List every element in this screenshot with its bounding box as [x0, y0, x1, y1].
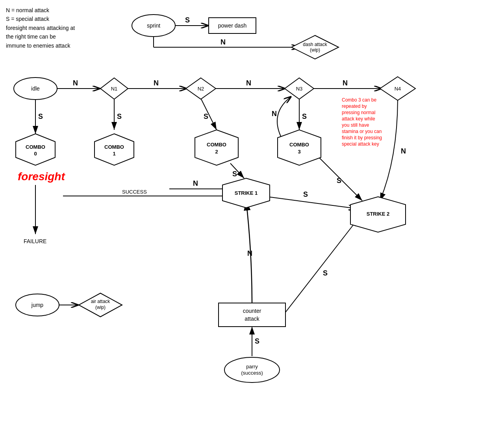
node-combo0-num: 0 [34, 151, 37, 157]
combo3-note-7: finish it by pressing [342, 135, 382, 140]
combo3-note-1: Combo 3 can be [342, 97, 376, 103]
node-combo3-label: COMBO [289, 142, 309, 148]
combo3-note-4: attack key while [342, 116, 375, 122]
label-strike1-strike2-s: S [303, 190, 308, 198]
node-combo3 [278, 130, 321, 165]
label-counter-strike2-s: S [323, 269, 328, 277]
combo3-note-3: pressing normal [342, 110, 375, 115]
svg-line-16 [262, 196, 356, 209]
node-combo1-num: 1 [113, 151, 115, 157]
node-power-dash-label: power dash [218, 22, 246, 29]
node-parry-sub: (success) [241, 370, 263, 376]
node-dash-attack-label: dash attack [303, 42, 327, 47]
node-combo2-label: COMBO [207, 142, 226, 148]
node-idle-label: idle [31, 85, 40, 92]
label-n2-n3: N [246, 79, 251, 87]
label-n3-combo3: S [302, 113, 307, 120]
label-combo3-n3: N [272, 110, 277, 118]
node-n4-label: N4 [395, 86, 401, 92]
label-idle-combo0: S [38, 113, 43, 120]
combo3-note-2: repeated by [342, 103, 367, 109]
svg-line-18 [284, 218, 358, 315]
combo3-note-5: you still have [342, 122, 369, 128]
label-n1-n2: N [154, 79, 159, 87]
label-combo3-strike2-s: S [337, 177, 341, 185]
node-counter-attack [219, 303, 285, 327]
label-n-to-strike1: N [193, 179, 198, 187]
node-air-attack-wip: (wip) [95, 305, 106, 310]
node-strike2-label: STRIKE 2 [367, 211, 390, 217]
label-n3-n4: N [343, 79, 348, 87]
combo3-note-6: stamina or you can [342, 129, 382, 134]
node-n1-label: N1 [111, 86, 118, 92]
node-combo2 [195, 130, 238, 165]
label-success: SUCCESS [122, 189, 147, 195]
label-sprint-n: N [220, 38, 226, 46]
label-n4-strike2: N [401, 147, 406, 155]
node-combo0-label: COMBO [26, 144, 45, 150]
node-failure-label: FAILURE [24, 238, 46, 244]
label-n2-combo2: S [204, 113, 208, 120]
node-n2-label: N2 [198, 86, 204, 92]
node-combo2-num: 2 [215, 149, 218, 155]
label-counter-strike1-n: N [247, 249, 252, 257]
node-strike1-label: STRIKE 1 [235, 190, 258, 196]
node-parry-label: parry [246, 364, 258, 370]
label-idle-n1: N [73, 79, 78, 87]
node-foresight-label: foresight [18, 170, 65, 183]
label-sprint-s: S [185, 16, 190, 24]
label-parry-counter-s: S [255, 337, 259, 345]
node-dash-attack-wip: (wip) [310, 47, 320, 53]
node-sprint-label: sprint [147, 22, 160, 29]
label-n1-combo1: S [117, 113, 122, 120]
node-combo3-num: 3 [298, 149, 300, 155]
node-air-attack-label: air attack [91, 299, 111, 304]
svg-line-10 [201, 98, 217, 130]
combo3-note-8: special attack key [342, 141, 379, 147]
node-counter-attack-label-2: attack [245, 316, 259, 322]
node-n3-label: N3 [296, 86, 303, 92]
diagram-canvas: S N N N N N S S S S S SUCCESS N N N S S [0, 0, 504, 425]
label-combo2-strike1-s: S [232, 170, 237, 178]
node-counter-attack-label-1: counter [243, 308, 261, 314]
node-jump-label: jump [31, 302, 44, 308]
node-combo1-label: COMBO [104, 144, 124, 150]
